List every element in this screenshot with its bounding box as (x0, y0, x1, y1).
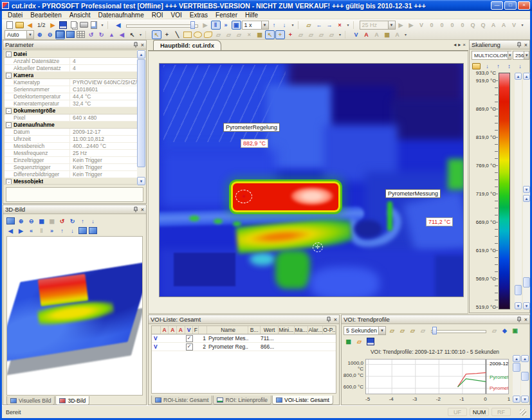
menu-item[interactable]: Hilfe (242, 12, 261, 19)
flip-horizontal-icon[interactable]: ◀ (117, 30, 127, 39)
close-icon[interactable]: × (141, 206, 144, 213)
parameter-scrollbar[interactable]: ▲ ▼ (137, 50, 145, 185)
quality-reset-icon[interactable]: Q (479, 21, 488, 30)
voi-table-row[interactable]: V2Pyrometer Reg...866... (152, 343, 336, 351)
toolbar-overflow-icon[interactable]: ▾ (403, 30, 408, 39)
voi-visible-checkbox[interactable] (185, 335, 194, 342)
zoom-in-icon[interactable]: ⊕ (35, 30, 44, 39)
loop-icon[interactable]: ▣ (232, 21, 241, 30)
trend-add-icon[interactable]: ▱ (398, 326, 407, 335)
main-thermal-image[interactable]: ✳ ✛ PyrometerRegelung 882,9 °C Pyrometer… (159, 63, 464, 297)
zero-reset-icon[interactable]: 0 (458, 21, 468, 30)
zoom-out-icon[interactable]: ⊖ (26, 217, 36, 226)
voi-list-panel-title[interactable]: VOI-Liste: Gesamt × (149, 315, 339, 324)
interval-combobox[interactable]: 5 Sekunden▼ (344, 326, 386, 335)
print-icon[interactable] (79, 21, 89, 30)
parameter-row[interactable]: -Messobjekt (5, 178, 137, 185)
tab-close-icon[interactable]: × (463, 42, 466, 48)
trend-save-icon[interactable] (365, 337, 375, 346)
play-icon[interactable]: ▶ (16, 226, 26, 235)
grid-icon[interactable] (76, 30, 86, 39)
group-expander[interactable]: - (6, 122, 12, 128)
trend-export-icon[interactable]: ▱ (408, 326, 417, 335)
close-button[interactable]: × (518, 1, 530, 10)
trend-scrollbar-1[interactable]: ▲ ▼ (513, 355, 520, 403)
parameter-row[interactable]: Kameratemperatur32,4 °C (5, 100, 137, 107)
zoom-fit-icon[interactable] (55, 30, 65, 39)
parameter-row[interactable]: EinzeltriggerKein Trigger (5, 157, 137, 164)
voi-alarm-icon[interactable]: V (509, 21, 519, 30)
roi-to-front-icon[interactable]: ▱ (316, 30, 326, 39)
menu-item[interactable]: ROI (149, 12, 167, 19)
parameter-row[interactable]: Pixel640 x 480 (5, 114, 137, 122)
new-file-icon[interactable] (5, 21, 14, 30)
tab-3d-bild[interactable]: 3D-Bild (55, 396, 89, 405)
maximize-button[interactable]: □ (504, 1, 517, 10)
label-table-icon[interactable]: ▦ (382, 30, 392, 39)
voi-label-icon[interactable]: V (351, 30, 361, 39)
save-icon[interactable] (59, 21, 68, 30)
document-counter[interactable]: 1/2 (35, 21, 48, 30)
menu-item[interactable]: Bearbeiten (27, 12, 64, 19)
parameter-row[interactable]: SeriennummerC1018601 (5, 86, 137, 93)
close-icon[interactable]: × (524, 42, 527, 48)
levels-combobox[interactable]: 256▼ (513, 51, 529, 60)
next-frame-icon[interactable]: ↓ (68, 226, 77, 235)
thermal-label-messung[interactable]: PyrometerMessung (385, 189, 441, 198)
palette-combobox[interactable]: MULTICOLOR▼ (472, 51, 511, 60)
toolbar-overflow-icon[interactable]: ▾ (138, 30, 143, 39)
roi-paste-icon[interactable]: ▱ (224, 30, 234, 39)
color-scale-bar[interactable] (499, 73, 510, 309)
grid-on-icon[interactable]: ▦ (37, 217, 46, 226)
parameter-row[interactable]: DifferenzbildtriggerKein Trigger (5, 171, 137, 178)
parameter-row[interactable]: SequenztriggerKein Trigger (5, 164, 137, 171)
scaling-panel-title[interactable]: Skalierung × (470, 41, 529, 50)
zero-diff-icon[interactable]: 0 (448, 21, 457, 30)
speed-up-icon[interactable]: ↑ (270, 21, 279, 30)
toolbar-overflow-icon[interactable]: ▾ (520, 21, 526, 30)
first-frame-icon[interactable]: ◀ (6, 226, 15, 235)
next-document-icon[interactable]: ▶ (48, 21, 58, 30)
parameter-row[interactable]: -Dokumentgröße (5, 107, 137, 114)
prev-document-icon[interactable]: ◀ (25, 21, 35, 30)
pin-icon[interactable] (516, 316, 522, 323)
cursor-icon[interactable]: ↖ (127, 30, 137, 39)
pause-icon[interactable]: ‖ (211, 21, 221, 30)
trend-print-icon[interactable]: ▱ (418, 326, 428, 335)
parameter-row[interactable]: Messbereich400...2440 °C (5, 143, 137, 150)
parameter-panel-title[interactable]: Parameter × (3, 41, 146, 50)
auto-label-icon[interactable]: A (372, 30, 381, 39)
thermal-label-regelung[interactable]: PyrometerRegelung (223, 123, 280, 132)
rotate-reset-icon[interactable]: ↺ (57, 217, 67, 226)
redo-view-icon[interactable]: → (325, 21, 335, 30)
tilt-up-icon[interactable]: ↑ (78, 217, 87, 226)
group-expander[interactable]: - (6, 108, 12, 114)
flip-vertical-icon[interactable]: ▲ (107, 30, 116, 39)
close-icon[interactable]: × (141, 42, 144, 48)
thermal-temp-regelung[interactable]: 882,9 °C (241, 139, 268, 148)
delete-label-icon[interactable]: A (392, 30, 402, 39)
trigger-icon[interactable]: V (417, 21, 427, 30)
menu-item[interactable]: Ansicht (66, 12, 94, 19)
fast-forward-icon[interactable]: » (47, 226, 57, 235)
trend-marker-icon[interactable]: ◆ (500, 326, 509, 335)
voi-column-header[interactable]: A (169, 326, 177, 334)
frame-slider-thumb[interactable] (190, 21, 195, 29)
parameter-row[interactable]: Messfrequenz25 Hz (5, 150, 137, 157)
zero-sequence-icon[interactable]: 0 (437, 21, 447, 30)
export-3d-icon[interactable] (6, 217, 15, 226)
parameter-row[interactable]: Detektortemperatur44,4 °C (5, 93, 137, 100)
voi-column-header[interactable]: IO-P... (323, 326, 336, 334)
roi-ungroup-icon[interactable]: ▱ (306, 30, 316, 39)
chevron-down-icon[interactable]: ▼ (378, 327, 385, 334)
roi-table-icon[interactable]: ▦ (255, 30, 264, 39)
roi-delete-icon[interactable]: × (244, 30, 254, 39)
scroll-up-icon[interactable]: ▲ (521, 355, 529, 362)
roi-duplicate-icon[interactable]: ▱ (234, 30, 244, 39)
delete-frame-icon[interactable]: × (335, 21, 345, 30)
bild3d-panel-title[interactable]: 3D-Bild × (3, 205, 146, 214)
frame-slider[interactable] (126, 21, 198, 29)
voi-column-header[interactable]: Wert (261, 326, 279, 334)
voi-column-header[interactable]: F (193, 326, 199, 334)
parameter-row[interactable]: KameratypPYROVIEW 640NC/25HZ/17 X13 (5, 79, 137, 86)
